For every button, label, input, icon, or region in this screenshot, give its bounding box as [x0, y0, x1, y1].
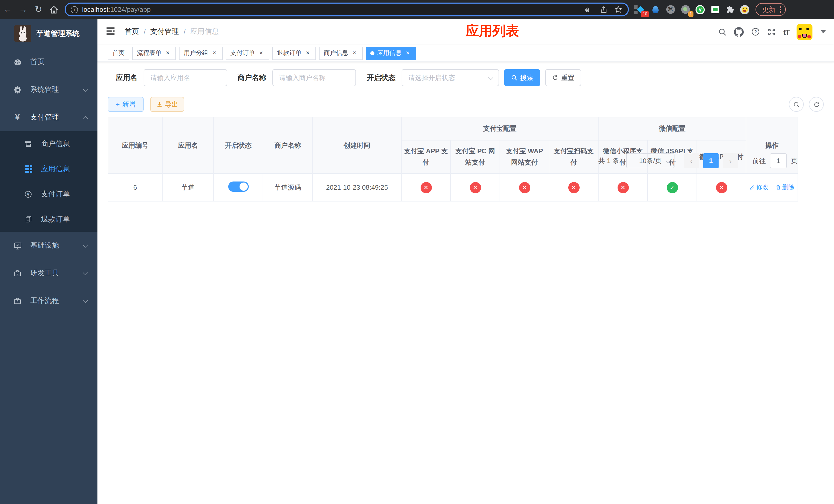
sidebar-item-system[interactable]: 系统管理: [0, 76, 97, 104]
tab-user-group[interactable]: 用户分组×: [179, 46, 223, 60]
profile-avatar-icon[interactable]: [740, 5, 749, 14]
address-bar[interactable]: i localhost:1024/pay/app: [65, 3, 629, 17]
pinned-extension-icon[interactable]: 10: [636, 5, 645, 14]
browser-update-button[interactable]: 更新: [755, 3, 786, 16]
pagination: 共 1 条 10条/页 ‹ 1 › 前往 页: [598, 153, 797, 168]
search-icon[interactable]: [718, 27, 727, 36]
bookmark-star-icon[interactable]: [614, 5, 623, 14]
goto-page-input[interactable]: [770, 153, 787, 168]
help-icon[interactable]: ?: [751, 27, 760, 37]
chevron-down-icon: [83, 270, 88, 275]
edit-link[interactable]: 修改: [749, 183, 768, 192]
share-icon[interactable]: [599, 5, 608, 14]
browser-home-icon[interactable]: [46, 5, 62, 14]
sidebar-item-merchant-info[interactable]: 商户信息: [0, 131, 97, 156]
close-icon[interactable]: ×: [351, 49, 358, 56]
password-key-icon[interactable]: [584, 5, 593, 14]
command-extension-icon[interactable]: ⌘: [666, 5, 675, 14]
github-icon[interactable]: [734, 27, 744, 37]
main-area: 首页 / 支付管理 / 应用信息 应用列表 ? t: [97, 19, 834, 504]
sidebar-item-infrastructure[interactable]: 基础设施: [0, 232, 97, 259]
disabled-cross-icon: ✕: [420, 182, 432, 193]
breadcrumb-payment[interactable]: 支付管理: [150, 27, 179, 37]
merchant-name-input[interactable]: [272, 69, 356, 86]
tab-app-info[interactable]: 应用信息×: [366, 46, 416, 60]
cell-alipay-app-status: ✕: [401, 174, 451, 201]
proxy-extension-icon[interactable]: 1: [681, 5, 690, 14]
tab-process-form[interactable]: 流程表单×: [132, 46, 176, 60]
app-logo[interactable]: 芋道管理系统: [0, 19, 97, 48]
filter-form: 应用名 商户名称 开启状态 请选择开启状态 搜索 重置: [116, 69, 581, 86]
font-size-icon[interactable]: tT: [783, 27, 789, 36]
balloon-extension-icon[interactable]: [651, 5, 660, 14]
next-page-button[interactable]: ›: [723, 153, 738, 168]
export-button[interactable]: 导出: [150, 97, 184, 112]
tab-merchant-info[interactable]: 商户信息×: [319, 46, 363, 60]
gear-icon: [12, 85, 23, 94]
trash-icon: [775, 185, 781, 190]
coin-yen-icon: ¥: [23, 190, 34, 198]
disabled-cross-icon: ✕: [568, 182, 579, 193]
status-toggle[interactable]: [228, 182, 248, 192]
sidebar-item-label: 商户信息: [41, 139, 70, 148]
close-icon[interactable]: ×: [258, 49, 265, 56]
total-count: 共 1 条: [598, 156, 619, 165]
app-name-input[interactable]: [144, 69, 227, 86]
sidebar-item-payment[interactable]: ¥ 支付管理: [0, 104, 97, 131]
sidebar-item-app-info[interactable]: 应用信息: [0, 156, 97, 182]
chat-extension-icon[interactable]: [710, 5, 720, 14]
active-dot-icon: [370, 51, 374, 55]
yuque-extension-icon[interactable]: y: [696, 5, 705, 14]
top-navbar: 首页 / 支付管理 / 应用信息 应用列表 ? t: [97, 19, 834, 45]
prev-page-button[interactable]: ‹: [684, 153, 699, 168]
close-icon[interactable]: ×: [304, 49, 311, 56]
browser-back-icon[interactable]: ←: [0, 4, 15, 15]
sidebar-item-refund-order[interactable]: 退款订单: [0, 207, 97, 232]
cell-wx-mini-status: ✕: [598, 174, 648, 201]
tab-refund-order[interactable]: 退款订单×: [272, 46, 316, 60]
col-header-alipay-wap: 支付宝 WAP 网站支付: [500, 140, 549, 174]
sidebar-item-dev-tools[interactable]: 研发工具: [0, 259, 97, 287]
add-button[interactable]: +新增: [108, 97, 144, 112]
extension-badge: 1: [688, 11, 694, 17]
sidebar-item-pay-order[interactable]: ¥ 支付订单: [0, 182, 97, 207]
close-icon[interactable]: ×: [211, 49, 218, 56]
search-button[interactable]: 搜索: [504, 69, 540, 86]
fullscreen-icon[interactable]: [767, 27, 776, 36]
status-select[interactable]: 请选择开启状态: [402, 69, 499, 86]
sidebar-item-label: 支付订单: [41, 189, 70, 199]
svg-text:¥: ¥: [27, 192, 29, 196]
browser-reload-icon[interactable]: ↻: [31, 4, 46, 15]
extensions-puzzle-icon[interactable]: [725, 5, 734, 14]
url-text: localhost:1024/pay/app: [82, 6, 151, 13]
chevron-up-icon: [83, 116, 88, 121]
browser-menu-icon[interactable]: [780, 6, 781, 13]
sidebar-collapse-icon[interactable]: [106, 26, 115, 37]
site-info-icon[interactable]: i: [71, 6, 78, 13]
table-row: 6 芋道 芋道源码 2021-10-23 08:49:25 ✕ ✕ ✕ ✕ ✕ …: [108, 174, 798, 201]
sidebar-item-home[interactable]: 首页: [0, 48, 97, 76]
user-avatar[interactable]: [796, 24, 812, 40]
user-menu-caret-icon[interactable]: [821, 30, 826, 33]
close-icon[interactable]: ×: [404, 49, 411, 56]
toggle-search-button[interactable]: [789, 97, 804, 112]
chevron-down-icon: [488, 75, 493, 80]
search-icon: [793, 101, 800, 108]
tab-home[interactable]: 首页: [108, 46, 129, 60]
col-header-id: 应用编号: [108, 117, 162, 174]
tab-pay-order[interactable]: 支付订单×: [226, 46, 269, 60]
page-1-button[interactable]: 1: [703, 153, 719, 168]
breadcrumb-home[interactable]: 首页: [125, 27, 139, 37]
cell-app-name: 芋道: [162, 174, 214, 201]
browser-forward-icon[interactable]: →: [15, 4, 31, 15]
sidebar-item-workflow[interactable]: 工作流程: [0, 287, 97, 315]
refresh-table-button[interactable]: [809, 97, 824, 112]
search-icon: [511, 74, 518, 81]
close-icon[interactable]: ×: [164, 49, 171, 56]
delete-link[interactable]: 删除: [775, 183, 794, 192]
chevron-down-icon: [83, 298, 88, 303]
sidebar-item-label: 工作流程: [30, 296, 59, 305]
page-size-select[interactable]: 10条/页: [626, 153, 675, 168]
reset-button[interactable]: 重置: [545, 69, 581, 86]
chevron-down-icon: [666, 159, 670, 163]
